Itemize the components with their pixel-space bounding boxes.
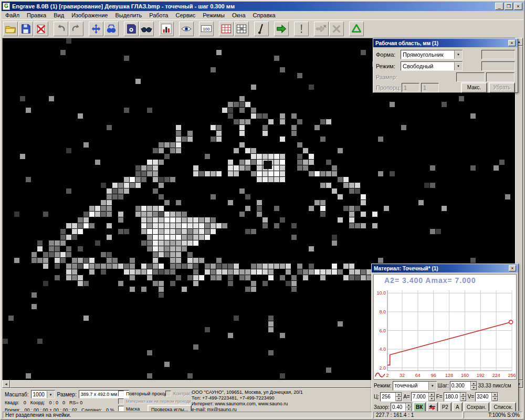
svg-text:100: 100 [203,26,211,31]
save-view-button[interactable] [124,22,139,36]
resolution-label: 33.33 пикс/см [478,383,511,388]
menu-item-2[interactable]: Вид [50,12,68,19]
delete-button[interactable] [34,22,48,36]
workspace-close-icon[interactable]: × [508,40,516,46]
save-button[interactable] [18,22,33,36]
repeat-pass-label: Повторный проход [126,391,167,396]
zoom-100-button[interactable]: 100 [199,22,214,36]
step-spinner[interactable]: ▲▼ [470,382,477,390]
menu-item-1[interactable]: Правка [23,12,50,19]
spin-down-icon: ▼ [396,397,402,401]
needle-button[interactable] [254,22,269,36]
view-pages-button[interactable] [104,22,119,36]
start-engraving-button[interactable] [274,22,289,36]
cancel-button[interactable] [329,22,344,36]
c-input[interactable]: 256 ▲▼ [380,392,402,402]
svg-text:224: 224 [492,373,500,378]
menu-item-4[interactable]: Выделить [111,12,145,19]
menu-item-9[interactable]: Справка [249,12,279,19]
size-height-field [486,72,514,82]
gap-value: 0.40 [391,403,405,412]
view-pages-icon [106,23,117,35]
redo-button[interactable] [69,22,83,36]
v-spinner[interactable]: ▲▼ [491,393,498,401]
repeat-pass-checkbox[interactable] [118,391,124,396]
f-input[interactable]: 180.0 ▲▼ [444,392,467,402]
a-spinner[interactable]: ▲▼ [428,393,435,401]
shape-select[interactable]: Прямоугольник ▼ [401,50,463,59]
step-input[interactable]: 0.300 ▲▼ [450,381,477,391]
chart-annotation: A2= 3.400 Amax= 7.000 [384,276,476,285]
preview-glasses-button[interactable] [139,22,154,36]
f-spinner[interactable]: ▲▼ [460,393,466,401]
close-button[interactable]: × [514,3,522,10]
warning-button[interactable] [294,22,309,36]
gap-spinner[interactable]: ▲▼ [405,403,412,412]
svg-text:96: 96 [431,373,436,378]
step-value: 0.300 [450,382,470,390]
workspace-mode-value: Свободный [401,62,454,70]
recycle-button[interactable] [349,22,364,36]
kvadr-label: Квадр: [5,400,19,405]
workspace-panel: Рабочая область, мм (1) × Форма: Прямоуг… [373,38,518,93]
koord-extra: 0 [62,400,65,405]
spin-up-icon: ▲ [471,382,477,386]
histogram-icon [161,23,172,35]
material-panel-title: Материал: Точечный* (1) [374,266,509,271]
grid-button[interactable] [234,22,249,36]
a-input[interactable]: 7.000 ▲▼ [411,392,435,402]
undo-button[interactable] [54,22,68,36]
swap-arrows-icon [428,404,436,411]
mask-label: Маска [126,406,140,412]
contrast-checkbox[interactable] [165,391,171,396]
window-title: Engrave 8.0В (1) [гравирование] Девушка … [12,3,493,9]
material-mode-select[interactable]: точечный ▼ [393,381,437,391]
menu-item-8[interactable]: Окна [228,12,249,19]
material-first-pass-checkbox[interactable] [118,398,124,404]
send-icon [316,23,327,35]
size-width-field [456,72,485,82]
show-image-button[interactable] [179,22,194,36]
spin-up-icon: ▲ [396,393,402,397]
v-input[interactable]: 3240 ▲▼ [475,392,498,402]
menu-item-6[interactable]: Сервис [172,12,199,19]
menu-item-5[interactable]: Работа [145,12,172,19]
workspace-panel-titlebar[interactable]: Рабочая область, мм (1) × [373,39,518,47]
svg-text:2.0: 2.0 [379,365,386,371]
max-button[interactable]: Макс. [461,82,487,93]
open-button[interactable] [3,22,18,36]
chevron-down-icon[interactable]: ▼ [454,62,462,70]
pan-button[interactable] [89,22,103,36]
spin-up-icon: ▲ [429,393,435,397]
material-curve-chart: 2.04.06.08.010.02326496128160192224256 [374,275,517,379]
scroll-left-icon[interactable]: ◄ [2,380,10,388]
open-icon [5,23,16,35]
menu-item-3[interactable]: Изображение [68,12,111,19]
material-panel-titlebar[interactable]: Материал: Точечный* (1) × [372,264,518,272]
grid-cells-button[interactable] [219,22,234,36]
scale-value: 1000 [32,391,47,398]
c-spinner[interactable]: ▲▼ [395,393,402,401]
workspace-mode-select[interactable]: Свободный ▼ [401,61,463,71]
histogram-button[interactable] [159,22,174,36]
grid-cells-icon [220,23,232,35]
scale-label: Масштаб: [5,392,29,397]
recycle-icon [351,23,362,35]
chevron-down-icon[interactable]: ▼ [47,391,55,398]
spin-up-icon: ▲ [460,393,466,397]
contrast-label: Контраст [173,391,193,396]
scale-select[interactable]: 1000 ▼ [31,390,55,398]
minimize-button[interactable]: _ [495,3,503,10]
company-phone: Тел: +7-499-7223481, +7-499-7223490 [192,395,303,401]
gap-input[interactable]: 0.40 ▲▼ [391,403,412,412]
clear-button[interactable]: Убрать [489,82,515,93]
send-button[interactable] [314,22,329,36]
material-close-icon[interactable]: × [509,265,516,271]
chevron-down-icon[interactable]: ▼ [454,50,462,59]
menu-item-7[interactable]: Режимы [199,12,228,19]
menu-item-0[interactable]: Файл [2,12,23,19]
chevron-down-icon[interactable]: ▼ [428,382,436,390]
company-web[interactable]: Интернет: www.saunomx.com, www.sauno.ru [192,401,303,407]
maximize-button[interactable]: ❐ [505,3,513,10]
pan-icon [90,23,102,35]
